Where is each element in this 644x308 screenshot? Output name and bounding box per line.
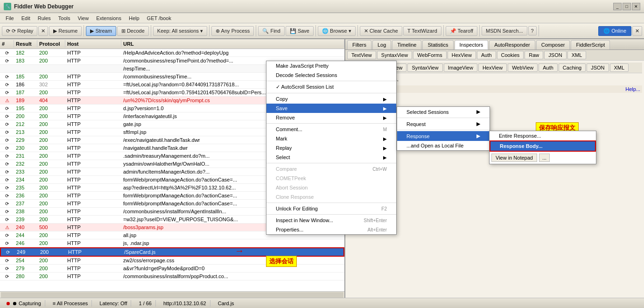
tab-composer[interactable]: Composer bbox=[536, 40, 570, 49]
resp-tab-xml[interactable]: XML bbox=[610, 63, 629, 72]
row-protocol: HTTP bbox=[65, 49, 121, 56]
menu-cometpeek[interactable]: COMETPeek bbox=[266, 174, 396, 183]
decode-button[interactable]: ⊞ Decode bbox=[117, 26, 149, 36]
resp-tab-hexview[interactable]: HexView bbox=[478, 63, 507, 72]
sep-ctx4 bbox=[266, 163, 396, 163]
keep-button[interactable]: Keep: All sessions ▾ bbox=[153, 26, 207, 36]
close-online-button[interactable]: ✕ bbox=[632, 26, 642, 36]
view-in-notepad-button[interactable]: View in Notepad bbox=[491, 154, 537, 162]
menu-get-book[interactable]: GET /book bbox=[143, 14, 175, 22]
menu-comment[interactable]: Comment... M bbox=[266, 125, 396, 134]
menu-help[interactable]: Help bbox=[125, 14, 143, 22]
tearoff-button[interactable]: 📌 Tearoff bbox=[446, 26, 477, 36]
resp-tab-webview[interactable]: WebView bbox=[508, 63, 538, 72]
req-tab-json[interactable]: JSON bbox=[544, 51, 566, 59]
table-row[interactable]: ⟳ 280 200 HTTP /commonbusiness/installfo… bbox=[0, 273, 344, 280]
menu-compare[interactable]: Compare Ctrl+W bbox=[266, 164, 396, 174]
menu-unlock[interactable]: Unlock For Editing F2 bbox=[266, 204, 396, 213]
tab-statistics[interactable]: Statistics bbox=[422, 40, 453, 49]
menu-save[interactable]: Save ▶ bbox=[266, 104, 396, 113]
save-button[interactable]: 💾 Save bbox=[286, 26, 314, 36]
req-tab-hexview[interactable]: HexView bbox=[448, 51, 476, 59]
menu-file[interactable]: File bbox=[2, 14, 18, 22]
resp-tab-imageview[interactable]: ImageView bbox=[444, 63, 477, 72]
req-tab-cookies[interactable]: Cookies bbox=[497, 51, 524, 59]
req-tab-raw[interactable]: Raw bbox=[525, 51, 543, 59]
maximize-button[interactable]: □ bbox=[623, 3, 631, 10]
table-row[interactable]: ⟳ 246 200 HTTP js, .ndar.jsp bbox=[0, 239, 344, 247]
response-body[interactable]: Response Body... bbox=[490, 140, 596, 152]
process-button[interactable]: ⊕ Any Process bbox=[211, 26, 254, 36]
resp-tab-json[interactable]: JSON bbox=[587, 63, 609, 72]
x-button[interactable]: ✕ bbox=[38, 26, 48, 36]
save-submenu: Selected Sessions ▶ Request ▶ Response ▶… bbox=[397, 106, 490, 151]
table-row-selected[interactable]: ⟳ 249 200 HTTP /SpareCard.js bbox=[0, 247, 344, 257]
help-link[interactable]: Help... bbox=[625, 86, 640, 92]
tab-fiddlerscript[interactable]: FiddlerScript bbox=[571, 40, 610, 49]
tab-inspectors[interactable]: Inspectors bbox=[455, 40, 489, 49]
req-tab-auth[interactable]: Auth bbox=[477, 51, 496, 59]
entire-response[interactable]: Entire Response... bbox=[490, 131, 596, 140]
header-host: Host bbox=[65, 40, 121, 48]
row-result-code: 200 bbox=[37, 49, 65, 56]
menu-replay[interactable]: Replay ▶ bbox=[266, 143, 396, 153]
menu-remove[interactable]: Remove ▶ bbox=[266, 113, 396, 122]
browse-button[interactable]: 🌐 Browse ▾ bbox=[318, 26, 356, 36]
menu-tools[interactable]: Tools bbox=[55, 14, 74, 22]
tab-log[interactable]: Log bbox=[372, 40, 391, 49]
menu-rules[interactable]: Rules bbox=[34, 14, 55, 22]
table-row[interactable]: ⟳ 182 200 HTTP /HelpAndAdviceAction.do?m… bbox=[0, 49, 344, 57]
menu-mark[interactable]: Mark ▶ bbox=[266, 134, 396, 143]
resp-tab-syntaxview[interactable]: SyntaxView bbox=[407, 63, 442, 72]
save-selected-sessions[interactable]: Selected Sessions ▶ bbox=[397, 107, 490, 117]
msdn-search-button[interactable]: MSDN Search... bbox=[482, 26, 527, 35]
tab-filters[interactable]: Filters bbox=[347, 40, 371, 49]
menu-autoscroll[interactable]: ✓ AutoScroll Session List bbox=[266, 82, 396, 92]
msdn-icon-button[interactable]: ? bbox=[528, 26, 537, 35]
arrow-annotation-2: → bbox=[235, 245, 244, 256]
session-count: 1 / 66 bbox=[135, 300, 156, 307]
file-status: Card.js bbox=[214, 300, 238, 307]
minimize-button[interactable]: _ bbox=[613, 3, 622, 10]
menu-edit[interactable]: Edit bbox=[18, 14, 34, 22]
menu-inspect-new-window[interactable]: Inspect in New Window... Shift+Enter bbox=[266, 216, 396, 225]
more-button[interactable]: ... bbox=[539, 154, 550, 162]
menu-view[interactable]: View bbox=[74, 14, 93, 22]
menu-copy[interactable]: Copy ▶ bbox=[266, 94, 396, 104]
tab-autoresponder[interactable]: AutoResponder bbox=[489, 40, 535, 49]
sep6 bbox=[357, 25, 358, 36]
textwizard-button[interactable]: T TextWizard bbox=[403, 26, 441, 35]
resume-button[interactable]: ▶ Resume bbox=[49, 26, 82, 36]
save-response[interactable]: Response ▶ bbox=[397, 131, 490, 141]
online-button[interactable]: 🌐 Online bbox=[598, 26, 631, 36]
resp-tab-auth[interactable]: Auth bbox=[539, 63, 558, 72]
capturing-status: ⏺ ⏺ Capturing bbox=[2, 300, 45, 307]
resp-tab-caching[interactable]: Caching bbox=[559, 63, 586, 72]
request-subtabs: TextView SyntaxView WebForms HexView Aut… bbox=[345, 50, 644, 61]
clear-cache-button[interactable]: ✕ Clear Cache bbox=[360, 26, 402, 36]
titlebar: 🔧 Fiddler Web Debugger _ □ ✕ bbox=[0, 0, 644, 13]
req-tab-webforms[interactable]: WebForms bbox=[413, 51, 447, 59]
menu-select[interactable]: Select ▶ bbox=[266, 153, 396, 162]
menu-decode-sessions[interactable]: Decode Selected Sessions bbox=[266, 70, 396, 80]
annotation-select-session: 选择会话 bbox=[266, 256, 297, 267]
find-button[interactable]: 🔍 Find bbox=[258, 26, 284, 36]
close-button[interactable]: ✕ bbox=[632, 3, 640, 10]
tab-timeline[interactable]: Timeline bbox=[392, 40, 421, 49]
save-request[interactable]: Request ▶ bbox=[397, 119, 490, 129]
header-protocol: Protocol bbox=[37, 40, 65, 48]
menu-make-js-pretty[interactable]: Make JavaScript Pretty bbox=[266, 61, 396, 70]
req-tab-syntaxview[interactable]: SyntaxView bbox=[377, 51, 412, 59]
menu-abort[interactable]: Abort Session bbox=[266, 183, 396, 192]
req-tab-textview[interactable]: TextView bbox=[347, 51, 376, 59]
replay-button[interactable]: ⟳ ⟳ Replay bbox=[2, 26, 37, 36]
sep9 bbox=[539, 25, 539, 36]
save-open-local[interactable]: ...and Open as Local File bbox=[397, 141, 490, 150]
processes-status: ≡ All Processes bbox=[49, 300, 92, 307]
menu-clone-response[interactable]: Clone Response bbox=[266, 192, 396, 202]
req-tab-xml[interactable]: XML bbox=[567, 51, 587, 59]
menu-properties[interactable]: Properties... Alt+Enter bbox=[266, 225, 396, 234]
menu-extensions[interactable]: Extensions bbox=[92, 14, 125, 22]
stream-button[interactable]: ▶ Stream bbox=[86, 26, 116, 36]
sep-ctx6 bbox=[266, 214, 396, 215]
